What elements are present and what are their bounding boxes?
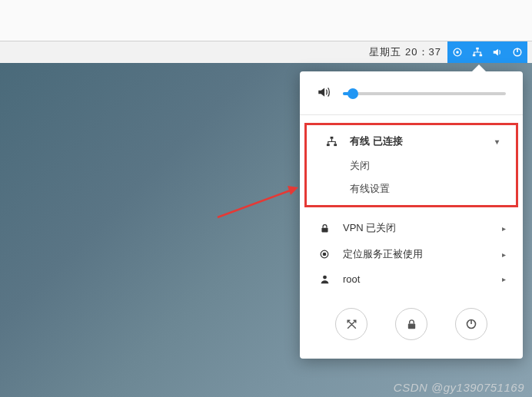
network-icon <box>324 136 339 147</box>
svg-rect-2 <box>476 48 479 50</box>
user-label: root <box>343 273 360 285</box>
action-buttons <box>300 294 523 342</box>
lock-icon <box>317 223 332 233</box>
chevron-right-icon: ▸ <box>502 224 506 233</box>
network-tray-icon <box>467 41 487 63</box>
power-tray-icon <box>507 41 527 63</box>
svg-rect-14 <box>407 323 414 329</box>
gnome-top-bar: 星期五 20：37 <box>0 41 532 63</box>
chevron-right-icon: ▸ <box>502 250 506 259</box>
svg-point-12 <box>323 253 326 256</box>
svg-rect-9 <box>334 144 337 146</box>
volume-icon <box>317 85 331 102</box>
location-tray-icon <box>447 41 467 63</box>
svg-rect-3 <box>473 55 476 57</box>
chevron-down-icon: ▾ <box>495 137 499 146</box>
settings-button[interactable] <box>335 308 367 340</box>
lock-button[interactable] <box>395 308 427 340</box>
svg-rect-7 <box>330 136 333 138</box>
wired-title: 有线 已连接 <box>350 134 403 148</box>
wired-settings[interactable]: 有线设置 <box>307 177 516 200</box>
volume-slider[interactable] <box>343 92 506 95</box>
window-titlebar-placeholder <box>0 0 532 41</box>
svg-point-1 <box>456 51 459 54</box>
svg-rect-4 <box>480 55 483 57</box>
power-button[interactable] <box>455 308 487 340</box>
watermark: CSDN @gy1390751169 <box>394 381 524 394</box>
menu-list: VPN 已关闭 ▸ 定位服务正被使用 ▸ root ▸ <box>300 212 523 294</box>
annotation-highlight: 有线 已连接 ▾ 关闭 有线设置 <box>304 123 518 207</box>
vpn-item[interactable]: VPN 已关闭 ▸ <box>300 215 523 241</box>
location-icon <box>317 249 332 260</box>
svg-point-13 <box>323 276 327 280</box>
volume-slider-row[interactable] <box>300 85 523 115</box>
volume-tray-icon <box>487 41 507 63</box>
chevron-right-icon: ▸ <box>502 275 506 283</box>
location-label: 定位服务正被使用 <box>343 247 423 261</box>
svg-rect-10 <box>321 227 328 232</box>
svg-rect-8 <box>326 144 329 146</box>
wired-network-item[interactable]: 有线 已连接 ▾ <box>307 128 516 154</box>
vpn-label: VPN 已关闭 <box>343 221 396 235</box>
location-item[interactable]: 定位服务正被使用 ▸ <box>300 241 523 267</box>
user-icon <box>317 274 332 284</box>
wired-off[interactable]: 关闭 <box>307 154 516 177</box>
clock: 星期五 20：37 <box>369 45 441 59</box>
system-tray[interactable] <box>447 41 527 63</box>
system-menu-panel: 有线 已连接 ▾ 关闭 有线设置 VPN 已关闭 ▸ 定位服务正被使用 ▸ ro… <box>300 71 523 359</box>
user-item[interactable]: root ▸ <box>300 267 523 291</box>
